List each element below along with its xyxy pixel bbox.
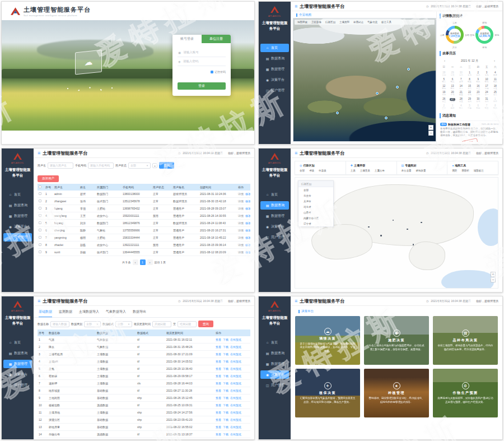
menu-toggle-icon[interactable]: ≡ [38, 299, 40, 304]
change-password-link[interactable]: 修改密码 [245, 192, 250, 196]
row-checkbox[interactable] [39, 192, 41, 195]
view-link[interactable]: 查看 [216, 338, 221, 341]
preview-link[interactable]: 在线预览 [230, 367, 241, 370]
calendar-day[interactable]: 2 廿八 [474, 71, 482, 78]
view-link[interactable]: 查看 [216, 389, 221, 392]
map-toolbar-item[interactable]: 地图搜索 [297, 21, 307, 24]
sidebar-item-home[interactable]: ⌂首页 [3, 191, 32, 199]
satellite-map[interactable]: 地图搜索卫星影像行政区划土壤类型监测站点气象信息标注工具 + − [293, 18, 436, 142]
category-select[interactable]: 全部▼ [84, 321, 101, 327]
sidebar-item-home[interactable]: ⌂首页 [3, 338, 32, 347]
detail-link[interactable]: 详情 [238, 243, 244, 247]
sidebar-item-home[interactable]: ⌂首页 [260, 191, 289, 199]
download-link[interactable]: 下载 [223, 396, 228, 400]
view-link[interactable]: 查看 [216, 382, 221, 385]
remember-checkbox[interactable] [211, 71, 213, 73]
view-link[interactable]: 查看 [216, 374, 221, 378]
user-greeting[interactable]: 你好，超级管理员 [476, 4, 498, 8]
sidebar-item-user-management[interactable]: ◫用户管理 [3, 233, 32, 242]
view-link[interactable]: 查看 [216, 433, 221, 436]
download-link[interactable]: 下载 [223, 374, 228, 378]
page-number[interactable]: 1 [140, 259, 146, 265]
calendar-day[interactable]: 8 初五 [465, 78, 474, 85]
sidebar-item-decision[interactable]: ◉决策平台 [3, 370, 32, 379]
preview-link[interactable]: 在线预览 [230, 338, 241, 341]
toolbar-option[interactable]: 全国 [300, 169, 305, 172]
preview-link[interactable]: 在线预览 [230, 389, 241, 392]
decision-card[interactable]: ☁ 墒情决策 基于土壤墒情监测数据与气象预报，为灌溉时间和灌水定额提供智能决策建… [295, 316, 360, 365]
sidebar-item-decision[interactable]: ◉决策平台 [3, 222, 32, 231]
calendar-day[interactable]: 12 初九 [440, 85, 448, 91]
toolbar-option[interactable]: 耕地质量 [416, 169, 426, 172]
view-link[interactable]: 查看 [216, 352, 221, 356]
calendar-day[interactable]: 15 十二 [465, 85, 474, 91]
calendar-day[interactable]: 6 初三 [448, 78, 456, 85]
calendar-day[interactable]: 14 十一 [457, 85, 465, 91]
phone-filter-input[interactable] [88, 163, 114, 169]
login-button[interactable]: 登录 [178, 82, 226, 90]
map-toolbar-item[interactable]: 卫星影像 [311, 21, 321, 24]
download-link[interactable]: 下载 [223, 411, 228, 414]
map-toolbar-item[interactable]: 行政区划 [325, 21, 335, 24]
tab-weather-import[interactable]: 气象数据导入 [106, 309, 126, 317]
next-page-button[interactable]: › [147, 259, 153, 265]
toolbar-option[interactable]: 清除标注 [474, 169, 484, 172]
change-password-link[interactable]: 修改密码 [245, 207, 250, 210]
download-link[interactable]: 下载 [223, 418, 228, 421]
dropdown-item[interactable]: 辽宁省 [298, 221, 333, 226]
calendar-day[interactable]: 27 廿四 [448, 98, 456, 104]
sidebar-item-data-management[interactable]: ▦数据管理 [260, 212, 289, 220]
calendar-day[interactable]: 3 廿九 [482, 71, 491, 78]
row-checkbox[interactable] [39, 229, 41, 231]
toolbar-option[interactable]: 土壤亚类 [360, 169, 370, 172]
row-checkbox[interactable] [39, 199, 41, 202]
calendar-day[interactable]: 4 冬月 [491, 71, 500, 78]
download-link[interactable]: 下载 [223, 367, 228, 370]
map-point[interactable] [407, 229, 408, 230]
calendar-day[interactable]: 4 初二 [457, 104, 465, 111]
decision-card[interactable]: ★ 种植管理 围绕播种、田间管理到收获全过程，提供标准化、精细化的种植管理技术指… [364, 369, 429, 417]
preview-link[interactable]: 在线预览 [230, 360, 241, 363]
change-password-link[interactable]: 修改密码 [245, 229, 250, 232]
notice-item[interactable]: 通知 秋收秋种工作部署 2021-08-30 16:54 各地要切实抓好秋收秋种… [440, 120, 500, 142]
sidebar-item-home[interactable]: ⌂首页 [260, 44, 289, 52]
calendar-day[interactable]: 31 廿八 [482, 98, 491, 104]
user-greeting[interactable]: 你好，超级管理员 [476, 299, 498, 303]
calendar-day[interactable]: 29 廿五 [448, 71, 456, 78]
menu-toggle-icon[interactable]: ≡ [295, 4, 297, 9]
download-link[interactable]: 下载 [223, 433, 228, 436]
row-checkbox[interactable] [39, 207, 41, 210]
map-marker[interactable] [396, 86, 399, 89]
calendar-day[interactable]: 10 初七 [482, 78, 491, 85]
view-link[interactable]: 查看 [216, 396, 221, 400]
page-jump[interactable]: 前往 1 页 [155, 261, 166, 264]
calendar-day[interactable]: 25 廿二 [491, 91, 500, 98]
preview-link[interactable]: 在线预览 [230, 396, 241, 400]
sidebar-item-user-management[interactable]: ◫用户管理 [260, 86, 289, 95]
dropdown-item[interactable]: 河北省 [298, 204, 333, 210]
end-date-input[interactable] [178, 321, 197, 327]
calendar-day[interactable]: 20 十七 [448, 91, 456, 98]
preview-link[interactable]: 在线预览 [230, 352, 241, 356]
sidebar-item-user-management[interactable]: ◫用户管理 [260, 233, 289, 242]
preview-link[interactable]: 在线预览 [230, 411, 241, 414]
calendar-day[interactable]: 5 小寒 [465, 104, 474, 111]
tab-unit-register[interactable]: 单位注册 [202, 35, 231, 43]
detail-link[interactable]: 详情 [238, 250, 244, 254]
view-link[interactable]: 查看 [216, 367, 221, 370]
toolbar-option[interactable]: 测面积 [461, 169, 469, 172]
sidebar-item-home[interactable]: ⌂首页 [260, 338, 289, 347]
search-button[interactable]: 查询 [198, 321, 213, 327]
row-checkbox[interactable] [39, 221, 41, 224]
calendar-day[interactable]: 7 初五 [482, 104, 491, 111]
download-link[interactable]: 下载 [223, 345, 228, 349]
preview-link[interactable]: 在线预览 [230, 433, 241, 436]
detail-link[interactable]: 详情 [238, 207, 244, 210]
change-password-link[interactable]: 修改密码 [245, 236, 250, 239]
toolbar-option[interactable]: 测距 [452, 169, 457, 172]
calendar-day[interactable]: 30 廿七 [474, 98, 482, 104]
calendar-day[interactable]: 26 廿三 [440, 98, 448, 104]
dropdown-item[interactable]: 天津市 [298, 198, 333, 204]
calendar-day[interactable]: 2 三十 [440, 104, 448, 111]
decision-card[interactable]: ▤ 品种布局决策 依据土壤类型、耕地质量与气候资源条件，优化作物品种区域布局，提… [433, 316, 498, 365]
